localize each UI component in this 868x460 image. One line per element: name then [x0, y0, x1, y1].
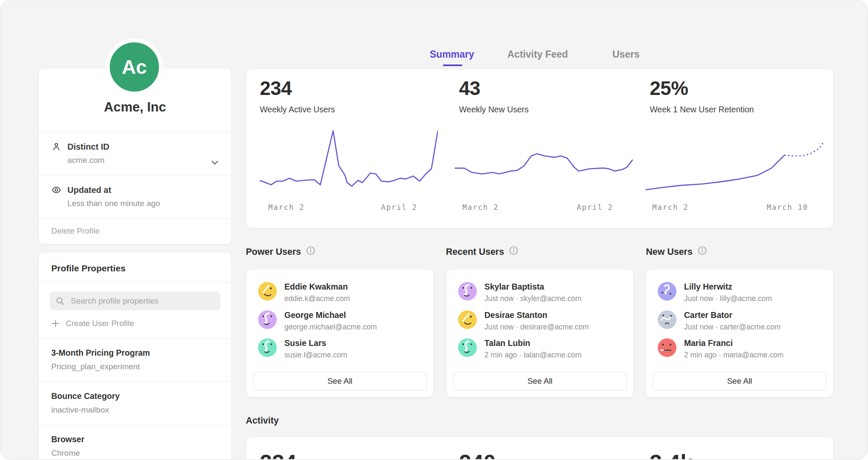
search-input[interactable]: [70, 296, 214, 306]
recent-users-header: Recent Users: [446, 246, 518, 258]
user-subtitle: Just now · carter@acme.com: [684, 323, 781, 332]
user-name[interactable]: Susie Lars: [284, 338, 347, 348]
stat-weekly-active-users: 234 Weekly Active Users: [260, 78, 335, 114]
list-item[interactable]: Skylar Baptista Just now · skyler@acme.c…: [458, 282, 625, 303]
stat-value: 25%: [650, 78, 754, 98]
activity-stat-value: 240: [459, 452, 496, 460]
list-item[interactable]: Eddie Kwakman eddie.k@acme.com: [258, 282, 425, 303]
user-avatar: [258, 282, 277, 301]
user-name[interactable]: Talan Lubin: [484, 338, 581, 348]
property-name: Bounce Category: [51, 391, 219, 401]
property-row[interactable]: Browser Chrome: [39, 425, 231, 460]
weekly-new-users-chart: [455, 126, 633, 199]
see-all-button[interactable]: See All: [653, 372, 826, 390]
person-icon: [51, 142, 61, 152]
see-all-button[interactable]: See All: [453, 372, 627, 390]
info-icon[interactable]: [306, 246, 315, 258]
updated-at-label: Updated at: [67, 185, 111, 195]
weekly-active-users-chart: [260, 126, 438, 199]
list-item[interactable]: Talan Lubin 2 min ago · talan@acme.com: [458, 338, 625, 360]
list-item[interactable]: Carter Bator Just now · carter@acme.com: [658, 310, 825, 332]
tab-users[interactable]: Users: [612, 49, 640, 60]
user-avatar: [458, 282, 477, 301]
avatar-initials: Ac: [122, 56, 147, 78]
tab-activity-feed[interactable]: Activity Feed: [507, 49, 568, 60]
stat-label: Weekly Active Users: [260, 105, 335, 114]
list-item[interactable]: Lilly Herwitz Just now · lilly@acme.com: [658, 282, 825, 303]
power-users-card: Eddie Kwakman eddie.k@acme.com George Mi…: [246, 269, 434, 398]
retention-chart: [645, 126, 823, 199]
user-avatar: [258, 338, 277, 357]
property-name: 3-Month Pricing Program: [51, 348, 219, 358]
user-subtitle: 2 min ago · maria@acme.com: [684, 351, 784, 360]
chevron-down-icon[interactable]: [209, 157, 220, 168]
x-axis-label: March 2: [268, 203, 305, 212]
search-icon: [56, 296, 65, 306]
profile-properties-card: Profile Properties Create User Pro: [38, 252, 232, 460]
section-title: New Users: [646, 247, 693, 257]
stat-value: 234: [260, 78, 335, 98]
activity-stat-value: 3.4k: [650, 452, 693, 460]
property-name: Browser: [51, 435, 219, 444]
user-avatar: [658, 282, 676, 301]
create-user-profile-button[interactable]: Create User Profile: [39, 310, 231, 338]
active-tab-underline: [443, 64, 462, 66]
distinct-id-row[interactable]: Distinct ID acme.com: [39, 132, 231, 175]
activity-header: Activity: [246, 415, 279, 426]
activity-stat-value: 234: [260, 452, 297, 460]
company-avatar: Ac: [106, 38, 163, 96]
distinct-id-label: Distinct ID: [67, 142, 109, 152]
user-name[interactable]: Lilly Herwitz: [684, 282, 772, 292]
recent-users-card: Skylar Baptista Just now · skyler@acme.c…: [446, 269, 634, 398]
user-avatar: [658, 338, 676, 357]
list-item[interactable]: Desirae Stanton Just now · desirare@acme…: [458, 310, 625, 332]
list-item[interactable]: George Michael george.michael@acme.com: [258, 310, 425, 332]
profile-properties-title: Profile Properties: [39, 252, 231, 282]
property-value: Pricing_plan_experiment: [51, 362, 219, 371]
user-subtitle: eddie.k@acme.com: [284, 294, 350, 303]
plus-icon: [51, 319, 60, 328]
activity-card: 234 240 3.4k: [246, 437, 834, 460]
x-axis-label: March 2: [652, 203, 689, 212]
tab-summary[interactable]: Summary: [430, 49, 474, 60]
info-icon[interactable]: [698, 246, 707, 258]
user-subtitle: Just now · desirare@acme.com: [484, 323, 589, 332]
user-avatar: [658, 310, 676, 329]
property-row[interactable]: Bounce Category inactive-mailbox: [39, 382, 231, 425]
updated-at-value: Less than one minute ago: [67, 199, 219, 208]
user-name[interactable]: Skylar Baptista: [484, 282, 581, 292]
section-title: Power Users: [246, 247, 301, 257]
x-axis-label: March 2: [462, 203, 499, 212]
user-name[interactable]: Maria Franci: [684, 338, 784, 348]
x-axis-label: April 2: [577, 203, 613, 212]
user-subtitle: Just now · lilly@acme.com: [684, 294, 772, 303]
property-row[interactable]: 3-Month Pricing Program Pricing_plan_exp…: [39, 338, 231, 382]
user-name[interactable]: Eddie Kwakman: [284, 282, 350, 292]
new-users-card: Lilly Herwitz Just now · lilly@acme.com …: [645, 269, 834, 398]
delete-profile-button[interactable]: Delete Profile: [39, 218, 231, 244]
stat-week1-retention: 25% Week 1 New User Retention: [650, 78, 754, 114]
list-item[interactable]: Susie Lars susie.l@acme.com: [258, 338, 425, 360]
summary-card: 234 Weekly Active Users 43 Weekly New Us…: [246, 69, 834, 229]
user-avatar: [258, 310, 277, 329]
eye-icon: [51, 185, 61, 195]
user-subtitle: Just now · skyler@acme.com: [484, 294, 581, 303]
stat-value: 43: [459, 78, 529, 98]
x-axis-label: April 2: [381, 203, 417, 212]
section-title: Recent Users: [446, 247, 504, 257]
search-profile-properties[interactable]: [50, 292, 220, 310]
company-name: Acme, Inc: [39, 100, 231, 115]
info-icon[interactable]: [509, 246, 518, 258]
x-axis-label: March 10: [767, 203, 808, 212]
user-name[interactable]: George Michael: [284, 310, 377, 320]
see-all-button[interactable]: See All: [253, 372, 427, 390]
user-name[interactable]: Carter Bator: [684, 310, 781, 320]
user-avatar: [458, 310, 477, 329]
user-name[interactable]: Desirae Stanton: [484, 310, 589, 320]
power-users-header: Power Users: [246, 246, 315, 258]
list-item[interactable]: Maria Franci 2 min ago · maria@acme.com: [658, 338, 825, 360]
stat-weekly-new-users: 43 Weekly New Users: [459, 78, 529, 114]
distinct-id-value: acme.com: [67, 156, 219, 165]
profile-page: Ac Acme, Inc Distinct ID acme.com: [0, 0, 868, 460]
stat-label: Weekly New Users: [459, 105, 529, 114]
